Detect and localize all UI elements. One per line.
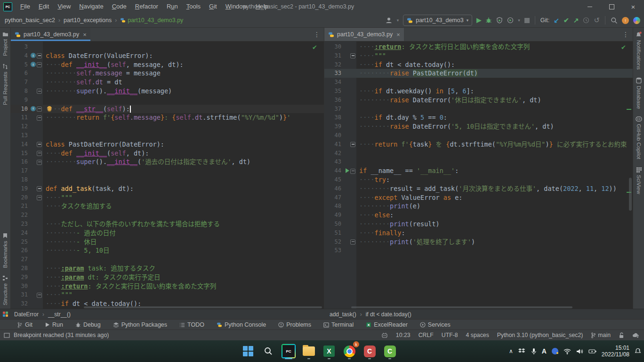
git-commit-button[interactable]: ✔ [564, 17, 569, 24]
line-number[interactable]: 34 [324, 78, 341, 87]
code-line-16[interactable]: 16········super().__init__('過去の日付は指定できませ… [11, 157, 324, 166]
toolwindow-run[interactable]: Run [45, 321, 63, 328]
dropbox-icon[interactable] [518, 348, 526, 354]
line-number[interactable]: 32 [11, 299, 28, 308]
user-chevron-icon[interactable]: ▾ [397, 18, 399, 23]
horizontal-scrollbar[interactable] [84, 306, 322, 308]
toolwindow-problems[interactable]: Problems [278, 321, 311, 328]
inspection-ok-icon[interactable]: ✔ [312, 44, 317, 51]
taskbar-search-button[interactable] [261, 343, 275, 359]
line-number[interactable]: 41 [324, 140, 341, 149]
fold-marker[interactable] [37, 186, 42, 191]
code-line-43[interactable]: 43 [324, 157, 633, 166]
tab-close-icon[interactable]: × [396, 31, 400, 38]
code-line-49[interactable]: 49····else: [324, 211, 633, 220]
override-marker-icon[interactable]: ↓ [31, 62, 36, 67]
debugger-icon[interactable] [381, 332, 388, 338]
code-line-42[interactable]: 42 [324, 149, 633, 158]
line-number[interactable]: 51 [324, 229, 341, 238]
menu-run[interactable]: Run [162, 0, 182, 13]
line-number[interactable]: 49 [324, 211, 341, 220]
unlock-icon[interactable] [619, 332, 624, 338]
taskbar-explorer-button[interactable] [302, 343, 316, 359]
line-number[interactable]: 35 [324, 87, 341, 96]
git-update-button[interactable]: ↙ [554, 17, 559, 24]
line-number[interactable]: 48 [324, 202, 341, 211]
code-line-25[interactable]: 25········- 休日 [11, 238, 324, 247]
minimize-button[interactable] [579, 0, 601, 13]
code-line-29[interactable]: 29····:param dt: タスクの実行予定日 [11, 273, 324, 282]
file-encoding[interactable]: UTF-8 [442, 332, 458, 338]
tab-part10_43_demo3-left[interactable]: part10_43_demo3.py × [11, 28, 90, 41]
line-number[interactable]: 18 [11, 175, 28, 184]
code-line-30[interactable]: 30····:return: タスクと実行日と固い約束を含めた文字列 [11, 282, 324, 291]
menu-tools[interactable]: Tools [182, 0, 205, 13]
profiler-chevron-icon[interactable]: ▾ [518, 18, 520, 23]
line-number[interactable]: 26 [11, 246, 28, 255]
breadcrumb-item[interactable]: part10_43_demo3.py [120, 17, 183, 24]
inspection-ok-icon[interactable]: ✔ [621, 44, 626, 51]
search-everywhere-icon[interactable] [611, 17, 618, 24]
clock[interactable]: 15:01 2022/11/08 [602, 345, 629, 358]
sidebar-item-database[interactable]: Database [636, 74, 642, 113]
line-separator[interactable]: CRLF [419, 332, 434, 338]
ime-tool-icon[interactable] [552, 348, 558, 354]
line-number[interactable]: 39 [324, 122, 341, 131]
code-line-17[interactable]: 17 [11, 166, 324, 175]
git-branch[interactable]: main [591, 332, 611, 338]
user-avatar-icon[interactable] [385, 17, 393, 24]
run-coverage-button[interactable] [496, 17, 503, 24]
fold-marker[interactable] [37, 293, 42, 298]
breadcrumb-item[interactable]: python_basic_sec2 [5, 17, 55, 24]
code-line-40[interactable]: 40 [324, 131, 633, 140]
line-number[interactable]: 31 [324, 51, 341, 60]
vertical-scrollbar[interactable] [629, 178, 632, 211]
run-button[interactable]: ▶ [476, 17, 481, 24]
code-line-38[interactable]: 38····if dt.day % 5 == 0: [324, 113, 633, 122]
notification-bell-icon[interactable]: z [635, 348, 641, 354]
horizontal-scrollbar[interactable] [351, 306, 572, 308]
python-interpreter[interactable]: Python 3.10 (python_basic_sec2) [497, 332, 583, 338]
ide-update-icon[interactable]: ↑ [622, 17, 629, 24]
line-number[interactable]: 50 [324, 220, 341, 229]
menu-edit[interactable]: Edit [34, 0, 53, 13]
fold-marker[interactable] [350, 169, 355, 174]
code-line-3[interactable]: 3 [11, 42, 324, 51]
code-line-12[interactable]: 12 [11, 122, 324, 131]
code-line-13[interactable]: 13 [11, 131, 324, 140]
line-number[interactable]: 27 [11, 255, 28, 264]
menu-view[interactable]: View [53, 0, 75, 13]
toolwindow-excelreader[interactable]: XExcelReader [366, 321, 408, 328]
toolwindow-terminal[interactable]: Terminal [323, 321, 354, 328]
code-editor-left[interactable]: 34↓class DateError(ValueError):5↓····def… [11, 41, 324, 309]
taskbar-recorder-button[interactable]: C [383, 343, 397, 359]
code-line-5[interactable]: 5↓····def __init__(self, message, dt): [11, 60, 324, 69]
code-line-27[interactable]: 27 [11, 255, 324, 264]
line-number[interactable]: 9 [11, 96, 28, 105]
toolwindow-python-packages[interactable]: Python Packages [113, 321, 167, 328]
menu-git[interactable]: Git [205, 0, 221, 13]
line-number[interactable]: 11 [11, 113, 28, 122]
line-number[interactable]: 43 [324, 157, 341, 166]
fold-marker[interactable] [350, 142, 355, 147]
caret-position[interactable]: 10:23 [396, 332, 411, 338]
line-number[interactable]: 52 [324, 238, 341, 247]
line-number[interactable]: 47 [324, 193, 341, 202]
line-number[interactable]: 23 [11, 220, 28, 229]
sidebar-item-project[interactable]: Project [2, 28, 8, 60]
override-marker-icon[interactable]: ↓ [31, 53, 36, 58]
editor-options-icon[interactable]: ⋮ [622, 31, 629, 38]
line-number[interactable]: 33 [324, 69, 341, 78]
code-line-50[interactable]: 50········print(result) [324, 220, 633, 229]
fold-marker[interactable] [37, 151, 42, 156]
tab-part10_43_demo3-right[interactable]: part10_43_demo3.py × [324, 28, 404, 41]
code-line-51[interactable]: 51····finally: [324, 229, 633, 238]
status-message[interactable]: Breakpoint reached (31 minutes ago) [14, 332, 109, 338]
sidebar-item-bookmarks[interactable]: Bookmarks [2, 229, 8, 272]
fold-marker[interactable] [37, 62, 42, 67]
quick-access-icon[interactable] [3, 312, 8, 317]
indent-style[interactable]: 4 spaces [466, 332, 489, 338]
line-number[interactable]: 16 [11, 157, 28, 166]
fold-marker[interactable] [37, 107, 42, 112]
line-number[interactable]: 15 [11, 149, 28, 158]
